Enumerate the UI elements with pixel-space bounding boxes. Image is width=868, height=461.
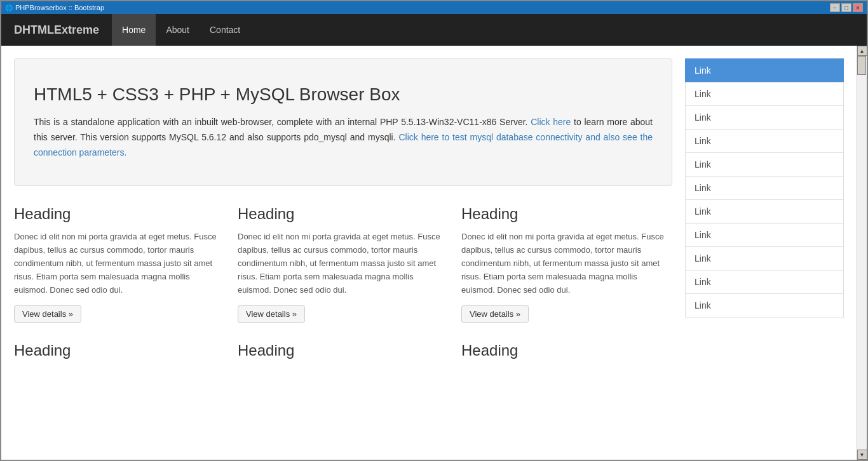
second-col-3: Heading bbox=[461, 342, 672, 367]
navbar: DHTMLExtreme Home About Contact bbox=[1, 14, 867, 46]
scroll-up-icon: ▲ bbox=[860, 48, 865, 54]
sidebar-link-4[interactable]: Link bbox=[685, 129, 844, 153]
close-button[interactable]: × bbox=[853, 3, 863, 12]
hero-link1[interactable]: Click here bbox=[531, 117, 571, 127]
navbar-brand: DHTMLExtreme bbox=[1, 14, 112, 46]
scroll-down-button[interactable]: ▼ bbox=[857, 450, 867, 460]
col-3-details-button[interactable]: View details » bbox=[461, 305, 529, 323]
sidebar-link-7[interactable]: Link bbox=[685, 199, 844, 224]
col-1-details-button[interactable]: View details » bbox=[14, 305, 81, 323]
col-2-body: Donec id elit non mi porta gravida at eg… bbox=[238, 230, 449, 297]
sidebar: Link Link Link Link Link Link Link Link … bbox=[685, 58, 844, 447]
col-3-heading: Heading bbox=[461, 205, 672, 223]
hero-box: HTML5 + CSS3 + PHP + MySQL Browser Box T… bbox=[14, 58, 672, 186]
sidebar-link-5[interactable]: Link bbox=[685, 152, 844, 177]
col-3-body: Donec id elit non mi porta gravida at eg… bbox=[461, 230, 672, 297]
col-3: Heading Donec id elit non mi porta gravi… bbox=[461, 205, 672, 323]
col-2: Heading Donec id elit non mi porta gravi… bbox=[238, 205, 449, 323]
content-area: HTML5 + CSS3 + PHP + MySQL Browser Box T… bbox=[14, 58, 672, 447]
hero-body: This is a standalone application with an… bbox=[34, 115, 653, 160]
col-1-heading: Heading bbox=[14, 205, 225, 223]
scrollbar-right[interactable]: ▲ ▼ bbox=[857, 46, 867, 460]
three-col-section: Heading Donec id elit non mi porta gravi… bbox=[14, 205, 672, 323]
sidebar-link-8[interactable]: Link bbox=[685, 223, 844, 247]
second-col-1: Heading bbox=[14, 342, 225, 367]
col-1: Heading Donec id elit non mi porta gravi… bbox=[14, 205, 225, 323]
scroll-handle[interactable] bbox=[857, 56, 866, 75]
sidebar-link-1[interactable]: Link bbox=[685, 58, 844, 83]
scroll-down-icon: ▼ bbox=[860, 452, 865, 458]
nav-home[interactable]: Home bbox=[112, 14, 156, 46]
col-2-details-button[interactable]: View details » bbox=[238, 305, 305, 323]
sidebar-link-10[interactable]: Link bbox=[685, 270, 844, 294]
second-col-1-heading: Heading bbox=[14, 342, 225, 359]
hero-title: HTML5 + CSS3 + PHP + MySQL Browser Box bbox=[34, 84, 653, 105]
app-icon: 🌐 bbox=[5, 4, 13, 11]
maximize-button[interactable]: □ bbox=[841, 3, 851, 12]
nav-contact[interactable]: Contact bbox=[200, 14, 250, 46]
sidebar-link-11[interactable]: Link bbox=[685, 293, 844, 317]
scroll-track[interactable] bbox=[857, 56, 867, 450]
second-col-2: Heading bbox=[238, 342, 449, 367]
second-row-section: Heading Heading Heading bbox=[14, 342, 672, 367]
col-2-heading: Heading bbox=[238, 205, 449, 223]
nav-about[interactable]: About bbox=[156, 14, 200, 46]
title-bar: 🌐 PHPBrowserbox :: Bootstrap − □ × bbox=[1, 1, 867, 14]
sidebar-link-6[interactable]: Link bbox=[685, 176, 844, 200]
second-col-2-heading: Heading bbox=[238, 342, 449, 359]
hero-text1: This is a standalone application with an… bbox=[34, 117, 531, 127]
sidebar-link-3[interactable]: Link bbox=[685, 105, 844, 130]
col-1-body: Donec id elit non mi porta gravida at eg… bbox=[14, 230, 225, 297]
second-col-3-heading: Heading bbox=[461, 342, 672, 359]
sidebar-link-2[interactable]: Link bbox=[685, 82, 844, 106]
title-bar-text: PHPBrowserbox :: Bootstrap bbox=[15, 4, 104, 11]
sidebar-link-9[interactable]: Link bbox=[685, 246, 844, 271]
minimize-button[interactable]: − bbox=[830, 3, 840, 12]
scroll-up-button[interactable]: ▲ bbox=[857, 46, 867, 56]
